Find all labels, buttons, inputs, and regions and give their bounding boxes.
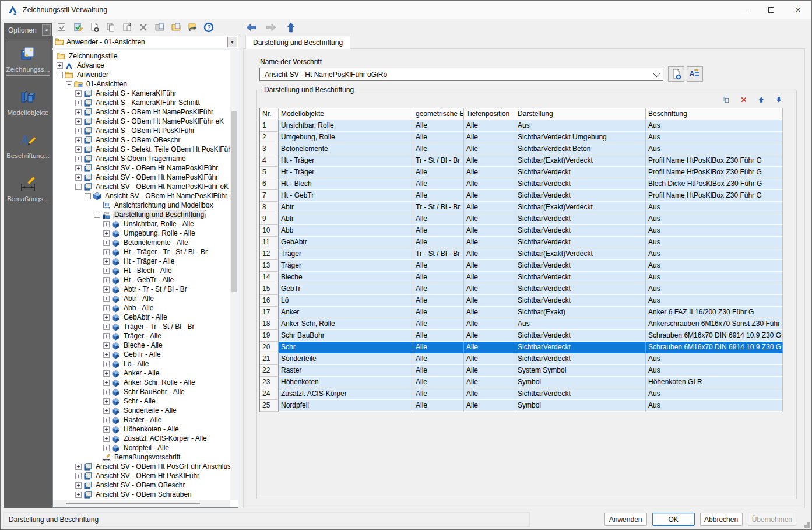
column-header[interactable]: Tiefenposition: [464, 108, 515, 120]
table-row[interactable]: 22RasterAlleAlleSystem SymbolAus: [260, 365, 783, 377]
expand-icon[interactable]: +: [103, 221, 110, 227]
table-cell[interactable]: Alle: [413, 132, 464, 143]
table-row[interactable]: 10AbbAlleAlleSichtbarVerdecktAus: [260, 225, 783, 237]
table-cell[interactable]: Alle: [464, 283, 515, 295]
table-cell[interactable]: Abtr: [279, 202, 413, 213]
table-cell[interactable]: Symbol: [515, 377, 646, 388]
table-row[interactable]: 8AbtrTr - St / Bl - BrAlleSichtbar(Exakt…: [260, 202, 783, 213]
table-cell[interactable]: Aus: [646, 388, 783, 400]
table-cell[interactable]: Sichtbar(Exakt)Verdeckt: [515, 248, 646, 260]
column-header[interactable]: Darstellung: [515, 108, 646, 120]
tree-item[interactable]: +Ansicht SV - OBem Ht PosKlFühr: [53, 471, 230, 480]
table-cell[interactable]: Aus: [646, 248, 783, 260]
table-cell[interactable]: Ankerschrauben 6M16x70 Sonst Z30 Führ G: [646, 318, 783, 330]
table-cell[interactable]: Alle: [464, 272, 515, 283]
tree-item[interactable]: +Ansicht S Obem Trägername: [53, 154, 230, 163]
tree-item[interactable]: Ansichtsrichtung und Modellbox: [53, 201, 230, 210]
table-cell[interactable]: Alle: [464, 202, 515, 213]
row-number-cell[interactable]: 5: [260, 167, 279, 178]
column-header[interactable]: Beschriftung: [646, 108, 783, 120]
tree-item[interactable]: +1Höhenkoten - Alle: [53, 424, 230, 434]
sidebar-collapse-button[interactable]: >: [42, 24, 51, 36]
row-number-cell[interactable]: 16: [260, 295, 279, 307]
table-cell[interactable]: Umgebung, Rolle: [279, 132, 413, 143]
row-number-cell[interactable]: 22: [260, 365, 279, 377]
tree-item[interactable]: +1Umgebung, Rolle - Alle: [53, 229, 230, 238]
edit-check-button[interactable]: [71, 20, 85, 34]
expand-icon[interactable]: +: [103, 240, 110, 246]
table-cell[interactable]: Alle: [464, 365, 515, 377]
table-cell[interactable]: Alle: [464, 295, 515, 307]
tree-item[interactable]: +1Nordpfeil - Alle: [53, 443, 230, 452]
table-cell[interactable]: GebTr: [279, 283, 413, 295]
table-cell[interactable]: Alle: [413, 190, 464, 202]
minimize-button[interactable]: [731, 1, 758, 19]
table-cell[interactable]: Ht - Träger: [279, 155, 413, 167]
expand-icon[interactable]: +: [103, 249, 110, 255]
row-number-cell[interactable]: 11: [260, 237, 279, 248]
collapse-icon[interactable]: −: [85, 193, 91, 199]
close-button[interactable]: ×: [785, 1, 811, 19]
table-cell[interactable]: Alle: [413, 400, 464, 412]
column-header[interactable]: geometrische Ei: [413, 108, 464, 120]
tree-item[interactable]: +Ansicht S - OBem Ht NamePosKlFühr: [53, 107, 230, 117]
table-cell[interactable]: SichtbarVerdeckt: [515, 330, 646, 342]
table-cell[interactable]: Alle: [413, 178, 464, 190]
table-cell[interactable]: Raster: [279, 365, 413, 377]
table-cell[interactable]: Profil Name HtPosKlBox Z30 Führ G: [646, 167, 783, 178]
table-cell[interactable]: Anker Schr, Rolle: [279, 318, 413, 330]
table-cell[interactable]: Ht - Blech: [279, 178, 413, 190]
expand-icon[interactable]: +: [103, 296, 110, 302]
row-number-cell[interactable]: 10: [260, 225, 279, 237]
expand-icon[interactable]: +: [75, 90, 82, 97]
table-cell[interactable]: Sonderteile: [279, 353, 413, 365]
table-cell[interactable]: SichtbarVerdeckt: [515, 260, 646, 272]
chevron-down-icon[interactable]: [653, 70, 660, 76]
table-cell[interactable]: Zusätzl. ACIS-Körper: [279, 388, 413, 400]
tree-item[interactable]: −Ansicht SV - OBem Ht NamePosKlFühr eK: [53, 182, 230, 191]
table-cell[interactable]: Alle: [464, 155, 515, 167]
table-row[interactable]: 2Umgebung, RolleAlleAlleSichtbarVerdeckt…: [260, 132, 783, 143]
expand-icon[interactable]: +: [75, 174, 82, 181]
tree-item[interactable]: +1Schr BauBohr - Alle: [53, 387, 230, 396]
table-cell[interactable]: Alle: [413, 307, 464, 318]
tree-item[interactable]: +Ansicht S - KameraKlFühr: [53, 89, 230, 98]
table-cell[interactable]: Symbol: [515, 400, 646, 412]
table-cell[interactable]: Alle: [413, 213, 464, 225]
tree-item[interactable]: +1Lö - Alle: [53, 359, 230, 368]
table-cell[interactable]: Aus: [646, 283, 783, 295]
table-cell[interactable]: SichtbarVerdeckt Umgebung: [515, 132, 646, 143]
table-cell[interactable]: Alle: [464, 388, 515, 400]
expand-icon[interactable]: +: [57, 62, 63, 69]
table-cell[interactable]: Tr - St / Bl - Br: [413, 248, 464, 260]
table-row[interactable]: 4Ht - TrägerTr - St / Bl - BrAlleSichtba…: [260, 155, 783, 167]
expand-icon[interactable]: +: [75, 464, 82, 470]
row-number-cell[interactable]: 9: [260, 213, 279, 225]
resize-grip[interactable]: [807, 525, 810, 528]
expand-icon[interactable]: +: [103, 352, 110, 358]
table-cell[interactable]: Alle: [464, 353, 515, 365]
row-number-cell[interactable]: 8: [260, 202, 279, 213]
table-cell[interactable]: Alle: [413, 120, 464, 132]
table-row[interactable]: 16LöAlleAlleSichtbarVerdecktAus: [260, 295, 783, 307]
expand-icon[interactable]: +: [103, 380, 110, 386]
expand-icon[interactable]: +: [103, 370, 110, 377]
table-row[interactable]: 24Zusätzl. ACIS-KörperAlleAlleSichtbarVe…: [260, 388, 783, 400]
expand-icon[interactable]: +: [103, 417, 110, 423]
table-cell[interactable]: SichtbarVerdeckt: [515, 342, 646, 353]
table-cell[interactable]: Alle: [413, 225, 464, 237]
expand-icon[interactable]: +: [103, 258, 110, 265]
tree-item[interactable]: +1Träger - Alle: [53, 331, 230, 341]
row-number-cell[interactable]: 13: [260, 260, 279, 272]
expand-icon[interactable]: +: [103, 426, 110, 433]
table-cell[interactable]: Blech Dicke HtPosKlBox Z30 Führ G: [646, 178, 783, 190]
maximize-button[interactable]: [758, 1, 785, 19]
table-cell[interactable]: Sichtbar(Exakt)Verdeckt: [515, 155, 646, 167]
expand-icon[interactable]: +: [103, 398, 110, 405]
row-number-cell[interactable]: 1: [260, 120, 279, 132]
table-cell[interactable]: Bleche: [279, 272, 413, 283]
expand-icon[interactable]: +: [75, 100, 82, 106]
expand-icon[interactable]: +: [103, 445, 110, 451]
tab-darstellung-und-beschriftung[interactable]: Darstellung und Beschriftung: [245, 36, 350, 49]
tree-item[interactable]: +1Ht - GebTr - Alle: [53, 275, 230, 285]
